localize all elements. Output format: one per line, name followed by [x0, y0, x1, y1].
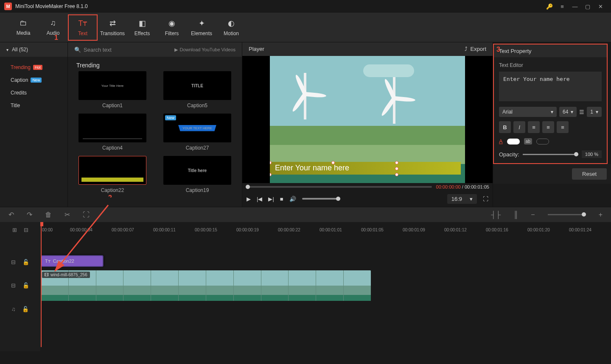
video-clip[interactable]: 🎞 wind-mill-6875_256: [41, 270, 371, 301]
text-track[interactable]: Tᴛ Caption22: [40, 254, 611, 270]
minimize-button[interactable]: —: [569, 0, 581, 13]
search-icon: 🔍: [74, 47, 81, 53]
opacity-label: Opacity:: [499, 151, 519, 158]
track-visibility-icon[interactable]: ⊟: [11, 282, 16, 289]
music-icon: ♫: [50, 19, 56, 28]
app-logo: M: [4, 3, 12, 10]
volume-slider[interactable]: [302, 198, 340, 200]
youtube-icon: ▶: [174, 47, 178, 53]
tab-media[interactable]: 🗀 Media: [8, 14, 38, 41]
tab-motion[interactable]: ◐ Motion: [216, 14, 246, 41]
chevron-down-icon: ▾: [551, 109, 553, 115]
text-editor-label: Text Editor: [499, 62, 602, 68]
prev-frame-button[interactable]: |◀: [257, 196, 262, 202]
category-all[interactable]: ▾ All (52): [0, 42, 67, 57]
tab-elements[interactable]: ✦ Elements: [187, 14, 216, 41]
redo-button[interactable]: ↷: [27, 211, 32, 219]
elements-icon: ✦: [199, 19, 205, 28]
add-track-icon[interactable]: ⊞: [12, 227, 17, 233]
export-button[interactable]: ⤴ Export: [465, 46, 486, 52]
category-panel: ▾ All (52) Trending Hot Caption New Cred…: [0, 42, 68, 207]
filters-icon: ◉: [168, 19, 175, 28]
annotation-3: 3: [496, 46, 500, 53]
text-clip[interactable]: Tᴛ Caption22: [41, 255, 104, 267]
music-track-icon[interactable]: ♫: [11, 306, 16, 312]
lock-icon[interactable]: 🔓: [22, 259, 29, 265]
italic-button[interactable]: I: [513, 121, 525, 133]
gallery-item-caption1[interactable]: Your Title Here Caption1: [76, 71, 149, 108]
section-title: Trending: [68, 57, 242, 71]
text-input[interactable]: [499, 72, 602, 101]
gallery-item-caption5[interactable]: TITLE Caption5: [161, 71, 233, 108]
zoom-slider[interactable]: [548, 214, 586, 215]
stop-button[interactable]: ■: [280, 196, 283, 202]
line-spacing-select[interactable]: 1 ▾: [587, 107, 602, 117]
align-left-button[interactable]: ≡: [528, 121, 540, 133]
tab-text[interactable]: Tᴛ Text: [68, 14, 98, 41]
lock-icon[interactable]: 🔓: [22, 306, 29, 312]
zoom-out-button[interactable]: −: [531, 211, 535, 219]
text-color-swatch[interactable]: [507, 139, 520, 144]
chevron-down-icon: ▾: [571, 109, 573, 115]
highlight-color-swatch[interactable]: [536, 139, 549, 144]
opacity-value: 100 %: [582, 150, 602, 158]
zoom-in-button[interactable]: +: [599, 211, 603, 219]
close-button[interactable]: ✕: [594, 0, 607, 13]
gallery-item-caption19[interactable]: Title here Caption19: [161, 156, 233, 193]
export-icon: ⤴: [465, 46, 468, 52]
gallery-item-caption27[interactable]: New YOUR TEXT HERE Caption27: [161, 114, 233, 151]
fullscreen-button[interactable]: ⛶: [483, 196, 488, 202]
seek-bar[interactable]: [246, 186, 432, 188]
delete-button[interactable]: 🗑: [45, 211, 52, 219]
maximize-button[interactable]: ▢: [581, 0, 594, 13]
size-select[interactable]: 64 ▾: [559, 107, 577, 117]
tab-filters[interactable]: ◉ Filters: [157, 14, 187, 41]
remove-track-icon[interactable]: ⊟: [24, 227, 28, 233]
chevron-down-icon: ▾: [6, 47, 8, 52]
new-badge: New: [165, 115, 176, 120]
reset-button[interactable]: Reset: [572, 168, 607, 180]
key-icon[interactable]: 🔑: [543, 0, 556, 13]
video-track[interactable]: 🎞 wind-mill-6875_256: [40, 270, 611, 301]
lock-icon[interactable]: 🔓: [22, 282, 29, 289]
align-center-button[interactable]: ≡: [542, 121, 554, 133]
category-credits[interactable]: Credits: [0, 86, 67, 99]
gallery-item-caption4[interactable]: Caption4: [76, 114, 149, 151]
playhead[interactable]: [41, 222, 42, 347]
titlebar: M MiniTool MovieMaker Free 8.1.0 🔑 ≡ — ▢…: [0, 0, 611, 13]
fit-button[interactable]: ┤├: [491, 211, 501, 219]
menu-icon[interactable]: ≡: [556, 0, 569, 13]
aspect-ratio-select[interactable]: 16:9 ▾: [447, 194, 477, 204]
crop-button[interactable]: ⛶: [83, 211, 90, 219]
tab-transitions[interactable]: ⇄ Transitions: [98, 14, 127, 41]
download-youtube-link[interactable]: ▶ Download YouTube Videos: [174, 47, 236, 53]
bold-button[interactable]: B: [499, 121, 511, 133]
undo-button[interactable]: ↶: [8, 211, 14, 219]
volume-icon[interactable]: 🔊: [289, 196, 296, 202]
category-title[interactable]: Title: [0, 99, 67, 112]
annotation-1: 1: [54, 34, 58, 42]
gallery-item-caption22[interactable]: Caption22: [76, 156, 149, 193]
timeline-ruler[interactable]: 00:00 00:00:00:04 00:00:00:07 00:00:00:1…: [40, 222, 611, 237]
align-right-button[interactable]: ≡: [557, 121, 569, 133]
track-visibility-icon[interactable]: ⊟: [11, 259, 16, 265]
timeline: ⊞ ⊟ ⊟ 🔓 ⊟ 🔓 ♫ 🔓 00:00 00:00:00:04 00:00:…: [0, 222, 611, 351]
audio-track[interactable]: [40, 301, 611, 317]
next-frame-button[interactable]: ▶|: [268, 196, 274, 202]
text-icon: Tᴛ: [78, 19, 87, 28]
play-button[interactable]: ▶: [247, 196, 251, 202]
line-spacing-icon: ☰: [579, 109, 584, 115]
category-trending[interactable]: Trending Hot: [0, 61, 67, 74]
tab-audio[interactable]: ♫ Audio: [38, 14, 68, 41]
category-caption[interactable]: Caption New: [0, 74, 67, 86]
opacity-slider[interactable]: [523, 154, 578, 155]
search-input[interactable]: 🔍 Search text: [74, 47, 170, 53]
cut-button[interactable]: ✂: [64, 211, 70, 219]
text-color-icon[interactable]: A: [499, 138, 503, 144]
marker-button[interactable]: ║: [513, 211, 518, 219]
highlight-icon[interactable]: ab: [524, 138, 532, 144]
font-select[interactable]: Arial ▾: [499, 107, 557, 117]
caption-overlay[interactable]: Enter Your name here: [270, 162, 461, 175]
tab-effects[interactable]: ◧ Effects: [127, 14, 157, 41]
preview-canvas[interactable]: / Enter Your name here: [242, 56, 493, 183]
